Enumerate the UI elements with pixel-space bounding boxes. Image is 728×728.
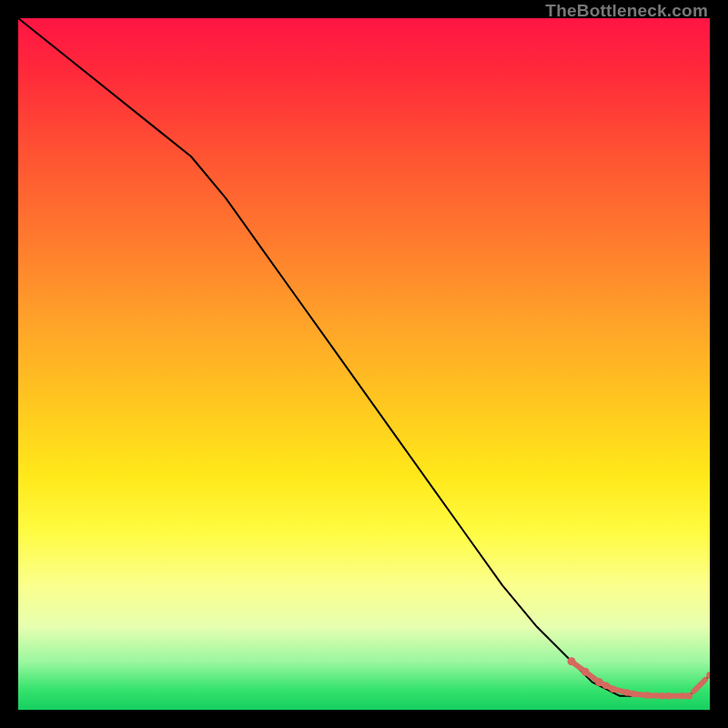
data-marker bbox=[685, 693, 693, 700]
plot-area bbox=[18, 18, 710, 710]
chart-svg bbox=[18, 18, 710, 710]
marker-dash bbox=[574, 663, 582, 669]
chart-frame: TheBottleneck.com bbox=[0, 0, 728, 728]
marker-dash bbox=[693, 680, 705, 692]
marker-dash bbox=[637, 694, 645, 695]
marker-dash bbox=[616, 690, 624, 692]
bottleneck-curve bbox=[18, 18, 710, 696]
